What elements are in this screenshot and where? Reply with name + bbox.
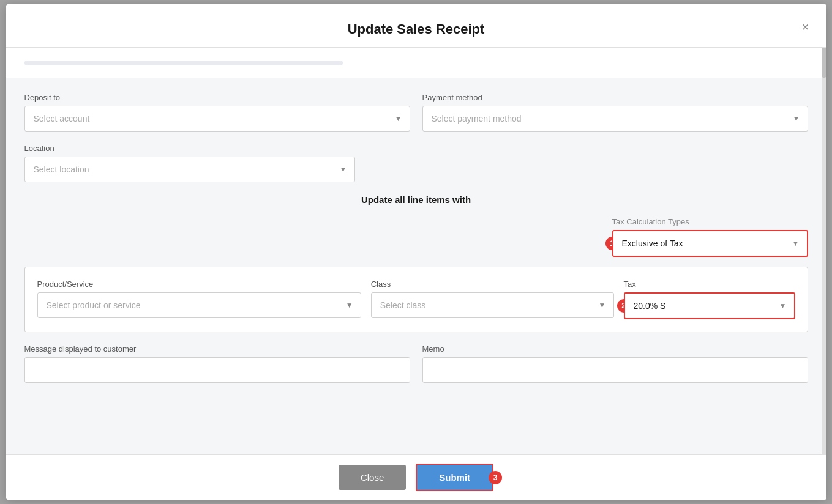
- deposit-to-select-wrapper: Select account ▼: [24, 106, 410, 132]
- line-items-row: Product/Service Select product or servic…: [37, 280, 795, 319]
- tax-label: Tax: [624, 280, 795, 289]
- memo-label: Memo: [422, 344, 808, 354]
- tax-select-wrapper: 20.0% S 0% 5% ▼: [624, 292, 795, 319]
- tax-select-badge-wrapper: 2 20.0% S 0% 5% ▼: [624, 292, 795, 319]
- submit-button-wrapper: Submit 3: [416, 464, 493, 491]
- product-service-select[interactable]: Select product or service: [38, 293, 361, 317]
- payment-method-label: Payment method: [422, 93, 808, 102]
- line-items-box: Product/Service Select product or servic…: [24, 267, 808, 332]
- tax-calculation-row: Tax Calculation Types 1 Exclusive of Tax…: [24, 217, 808, 257]
- deposit-to-select[interactable]: Select account: [25, 106, 410, 131]
- deposit-to-group: Deposit to Select account ▼: [24, 93, 410, 132]
- tax-calculation-select-wrapper: Exclusive of Tax Inclusive of Tax ▼: [612, 230, 808, 257]
- top-bar-content-area: [6, 48, 826, 78]
- location-group: Location Select location ▼: [24, 144, 355, 182]
- payment-method-group: Payment method Select payment method ▼: [422, 93, 808, 132]
- close-button[interactable]: Close: [339, 465, 406, 490]
- tax-calculation-select[interactable]: Exclusive of Tax Inclusive of Tax: [613, 231, 807, 256]
- class-select[interactable]: Select class: [372, 293, 613, 317]
- location-row: Location Select location ▼: [24, 144, 808, 182]
- badge-3: 3: [489, 471, 502, 484]
- location-select-wrapper: Select location ▼: [24, 157, 355, 182]
- section-title: Update all line items with: [24, 195, 808, 205]
- modal-body: Deposit to Select account ▼ Payment meth…: [6, 78, 826, 488]
- class-group: Class Select class ▼: [371, 280, 614, 319]
- scrollbar-track[interactable]: [822, 4, 826, 500]
- top-bar-filler: [24, 61, 343, 65]
- tax-calculation-group: Tax Calculation Types 1 Exclusive of Tax…: [612, 217, 808, 257]
- product-service-label: Product/Service: [37, 280, 361, 289]
- class-select-wrapper: Select class ▼: [371, 292, 614, 318]
- product-service-group: Product/Service Select product or servic…: [37, 280, 361, 319]
- tax-calculation-label: Tax Calculation Types: [612, 217, 808, 226]
- modal-title: Update Sales Receipt: [18, 21, 814, 37]
- tax-group: Tax 2 20.0% S 0% 5% ▼: [624, 280, 795, 319]
- modal-footer: Close Submit 3: [6, 454, 826, 500]
- tax-select[interactable]: 20.0% S 0% 5%: [625, 294, 794, 318]
- memo-input[interactable]: [422, 357, 808, 383]
- payment-method-select-wrapper: Select payment method ▼: [422, 106, 808, 132]
- message-input[interactable]: [24, 357, 410, 383]
- message-group: Message displayed to customer: [24, 344, 410, 383]
- class-label: Class: [371, 280, 614, 289]
- location-select[interactable]: Select location: [25, 157, 354, 182]
- memo-group: Memo: [422, 344, 808, 383]
- location-label: Location: [24, 144, 355, 153]
- submit-button[interactable]: Submit: [416, 464, 493, 491]
- product-service-select-wrapper: Select product or service ▼: [37, 292, 361, 318]
- message-label: Message displayed to customer: [24, 344, 410, 354]
- close-icon-button[interactable]: ×: [797, 18, 814, 37]
- payment-method-select[interactable]: Select payment method: [423, 106, 808, 131]
- message-memo-row: Message displayed to customer Memo: [24, 344, 808, 383]
- deposit-payment-row: Deposit to Select account ▼ Payment meth…: [24, 93, 808, 132]
- tax-calculation-wrapper: 1 Exclusive of Tax Inclusive of Tax ▼: [612, 230, 808, 257]
- update-sales-receipt-modal: Update Sales Receipt × Deposit to Select…: [6, 4, 826, 500]
- modal-header: Update Sales Receipt ×: [6, 4, 826, 48]
- deposit-to-label: Deposit to: [24, 93, 410, 102]
